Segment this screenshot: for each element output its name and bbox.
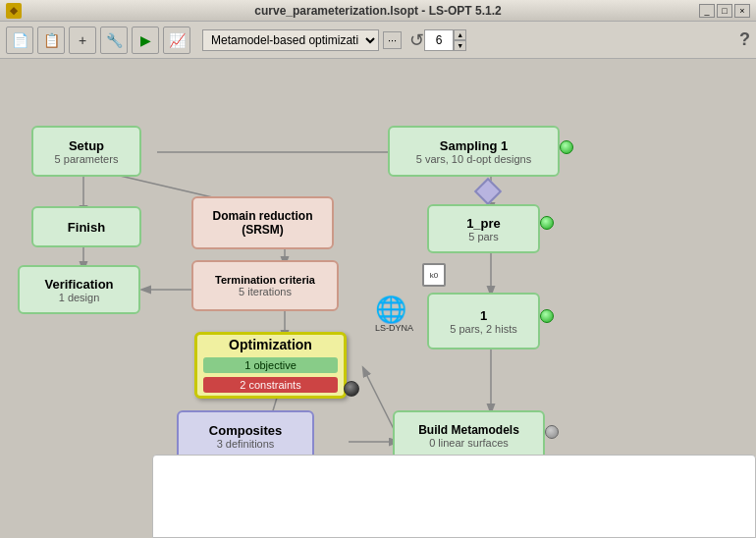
refresh-icon[interactable]: ↺ [409, 29, 424, 51]
iteration-count-input[interactable]: 6 [424, 29, 454, 51]
optimization-objective: 1 objective [203, 357, 338, 373]
domain-reduction-title: Domain reduction [212, 209, 312, 223]
stage1-title: 1 [480, 308, 487, 323]
verification-node[interactable]: Verification 1 design [18, 265, 140, 314]
verification-subtitle: 1 design [59, 292, 100, 303]
new-button[interactable]: 📄 [6, 27, 33, 54]
composites-subtitle: 3 definitions [217, 438, 275, 450]
toolbar: 📄 📋 + 🔧 ▶ 📈 Metamodel-based optimization… [0, 22, 756, 59]
domain-reduction-title2: (SRSM) [242, 223, 284, 237]
build-metamodels-subtitle: 0 linear surfaces [429, 437, 509, 449]
settings-button[interactable]: 🔧 [100, 27, 128, 54]
spin-up-button[interactable]: ▲ [454, 29, 466, 40]
window-controls[interactable]: _ □ × [699, 4, 750, 18]
sampling1-title: Sampling 1 [440, 138, 508, 153]
termination-node[interactable]: Termination criteria 5 iterations [191, 260, 339, 311]
optimization-node[interactable]: Optimization 1 objective 2 constraints [194, 332, 347, 399]
minimize-button[interactable]: _ [699, 4, 715, 18]
setup-node[interactable]: Setup 5 parameters [31, 126, 141, 177]
workflow-canvas: Setup 5 parameters Finish Verification 1… [0, 59, 756, 538]
sampling1-subtitle: 5 vars, 10 d-opt designs [416, 153, 531, 165]
termination-subtitle: 5 iterations [239, 286, 292, 297]
optimization-title: Optimization [229, 337, 312, 352]
maximize-button[interactable]: □ [717, 4, 732, 18]
build-metamodels-status-dot [545, 425, 559, 439]
sampling1-node[interactable]: Sampling 1 5 vars, 10 d-opt designs [388, 126, 560, 177]
pre-node[interactable]: 1_pre 5 pars [427, 204, 540, 253]
termination-title: Termination criteria [215, 274, 315, 286]
add-button[interactable]: + [69, 27, 96, 54]
window-title: curve_parameterization.lsopt - LS-OPT 5.… [254, 4, 501, 18]
copy-button[interactable]: 📋 [37, 27, 65, 54]
optimization-status-dot [344, 381, 359, 397]
finish-node[interactable]: Finish [31, 206, 141, 247]
pre-subtitle: 5 pars [468, 231, 499, 242]
optimization-type-select[interactable]: Metamodel-based optimization [202, 29, 379, 51]
setup-title: Setup [69, 138, 104, 153]
setup-subtitle: 5 parameters [55, 153, 119, 165]
build-metamodels-title: Build Metamodels [418, 423, 519, 437]
spin-control[interactable]: ▲ ▼ [454, 29, 466, 51]
ls-dyna-label: LS-DYNA [375, 323, 413, 333]
ls-dyna-icon: 🌐 LS-DYNA [375, 295, 413, 333]
app-icon: ◆ [6, 3, 22, 19]
stage1-node[interactable]: 1 5 pars, 2 hists [427, 293, 540, 350]
globe-emoji: 🌐 [375, 295, 413, 325]
stage1-subtitle: 5 pars, 2 hists [450, 323, 516, 335]
bottom-panel [152, 455, 756, 538]
verification-title: Verification [44, 277, 113, 292]
run-button[interactable]: ▶ [132, 27, 159, 54]
diamond-connector-1 [474, 178, 502, 205]
sampling1-status-dot [560, 140, 573, 154]
title-bar: ◆ curve_parameterization.lsopt - LS-OPT … [0, 0, 756, 22]
combo-more-button[interactable]: ··· [383, 31, 402, 49]
composites-title: Composites [209, 423, 282, 438]
domain-reduction-node[interactable]: Domain reduction (SRSM) [191, 196, 334, 249]
spin-down-button[interactable]: ▼ [454, 40, 466, 51]
help-button[interactable]: ? [739, 29, 750, 50]
optimization-constraint: 2 constraints [203, 377, 338, 393]
pre-status-dot [540, 216, 554, 230]
chart-button[interactable]: 📈 [163, 27, 190, 54]
close-button[interactable]: × [734, 4, 750, 18]
k0-icon: k0 [422, 263, 446, 287]
stage1-status-dot [540, 309, 554, 323]
pre-title: 1_pre [466, 216, 501, 231]
finish-title: Finish [68, 220, 105, 235]
k0-label: k0 [430, 271, 438, 280]
